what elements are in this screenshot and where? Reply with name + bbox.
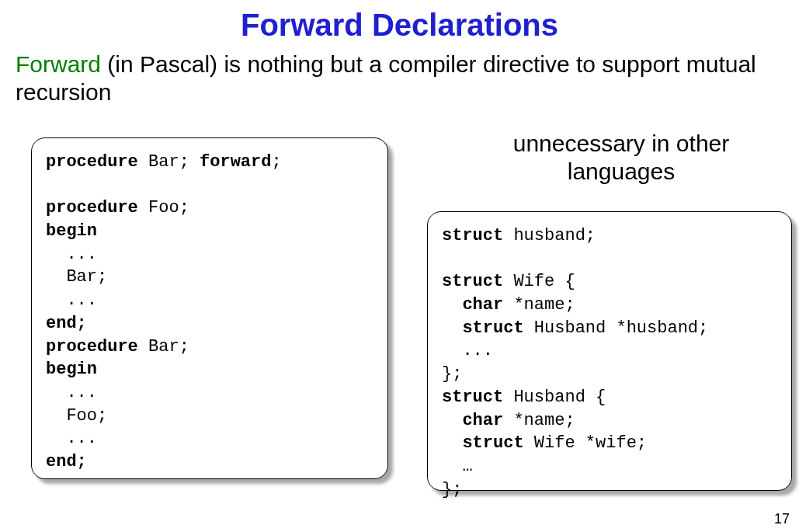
subtitle-keyword: Forward <box>16 51 101 77</box>
content-area: procedure Bar; forward; procedure Foo; b… <box>16 122 783 495</box>
pascal-code-box: procedure Bar; forward; procedure Foo; b… <box>31 137 388 479</box>
subtitle-text: (in Pascal) is nothing but a compiler di… <box>16 51 756 105</box>
right-heading: unnecessary in other languages <box>466 130 776 186</box>
c-code-box: struct husband; struct Wife { char *name… <box>427 211 792 491</box>
slide-title: Forward Declarations <box>16 8 783 43</box>
slide-subtitle: Forward (in Pascal) is nothing but a com… <box>16 50 783 106</box>
page-number: 17 <box>774 511 790 527</box>
